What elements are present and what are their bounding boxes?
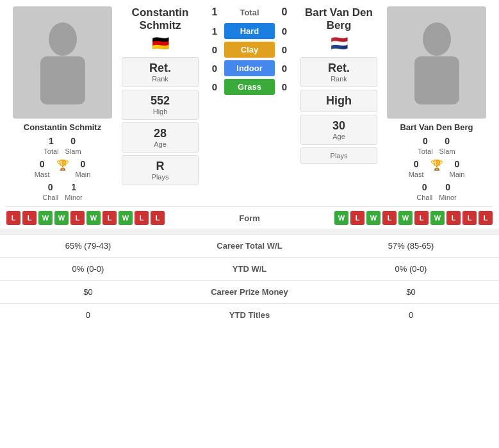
player2-minor-col: 0 Minor <box>439 182 457 201</box>
player1-flag: 🇩🇪 <box>152 35 169 52</box>
svg-rect-3 <box>414 56 459 104</box>
stat-val-right: $0 <box>323 281 499 304</box>
player2-name-flag: Bart Van DenBerg 🇳🇱 <box>300 6 377 52</box>
form-badge-p2: L <box>414 211 429 225</box>
player1-main-col: 0 Main <box>76 159 91 178</box>
center-section: 1 Total 0 1 Hard 0 0 Clay 0 0 Indoor 0 0 <box>202 6 297 201</box>
grass-button: Grass <box>224 79 275 95</box>
form-section: LLWWLWLWLL Form WLWLWLWLLL <box>6 206 493 229</box>
player1-slam-label: Slam <box>65 147 81 155</box>
form-badge-p1: L <box>151 211 165 225</box>
player2-total-col: 0 Total <box>418 136 432 155</box>
stat-val-left: 0% (0-0) <box>0 258 176 281</box>
player1-photo <box>13 6 112 119</box>
player2-stats: 0 Total 0 Slam <box>418 136 455 155</box>
form-label: Form <box>211 213 288 223</box>
player1-rank-label: Rank <box>152 75 168 83</box>
player1-rank-value: Ret. <box>149 62 171 75</box>
form-badge-p2: W <box>334 211 348 225</box>
player2-plays-label: Plays <box>331 152 348 160</box>
player2-high-value: High <box>326 94 352 108</box>
clay-button: Clay <box>224 42 275 58</box>
indoor-row: 0 Indoor 0 <box>205 60 294 76</box>
player2-flag: 🇳🇱 <box>331 35 348 52</box>
player1-name: Constantin Schmitz <box>24 122 101 132</box>
indoor-score-right: 0 <box>275 63 294 74</box>
total-score-left: 1 <box>205 6 224 18</box>
player1-high-label: High <box>153 108 168 115</box>
player2-main-label: Main <box>450 170 465 178</box>
player1-chall-col: 0 Chall <box>42 182 58 201</box>
player2-minor-value: 0 <box>445 182 450 192</box>
stat-key: Career Prize Money <box>176 281 323 304</box>
form-badge-p1: L <box>70 211 85 225</box>
form-right: WLWLWLWLLL <box>288 211 493 225</box>
form-left: LLWWLWLWLL <box>6 211 211 225</box>
player2-mast-col: 0 Mast <box>409 159 424 178</box>
player2-slam-label: Slam <box>439 147 455 155</box>
form-badge-p1: W <box>54 211 69 225</box>
form-badge-p2: W <box>366 211 380 225</box>
player2-stats2: 0 Mast 🏆 0 Main <box>409 159 465 178</box>
player2-info-box: Bart Van DenBerg 🇳🇱 Ret. Rank High 30 Ag… <box>300 6 377 201</box>
player1-minor-col: 1 Minor <box>65 182 83 201</box>
indoor-button: Indoor <box>224 60 275 76</box>
player1-mast-label: Mast <box>35 170 50 178</box>
svg-point-2 <box>423 22 451 56</box>
player1-total-col: 1 Total <box>44 136 58 155</box>
surface-rows: 1 Hard 0 0 Clay 0 0 Indoor 0 0 Grass 0 <box>205 23 294 95</box>
player1-total-label: Total <box>44 147 58 155</box>
svg-point-0 <box>49 22 77 56</box>
player1-chall-value: 0 <box>48 182 53 192</box>
player2-trophy-icon: 🏆 <box>430 159 443 171</box>
player1-main-label: Main <box>76 170 91 178</box>
form-badge-p2: L <box>382 211 397 225</box>
stat-val-right: 0% (0-0) <box>323 258 499 281</box>
player1-age-label: Age <box>154 140 167 148</box>
player1-stats2: 0 Mast 🏆 0 Main <box>35 159 91 178</box>
player1-high-cell: 552 High <box>122 90 199 120</box>
player1-mast-col: 0 Mast <box>35 159 50 178</box>
section-divider <box>0 229 499 234</box>
player2-slam-value: 0 <box>445 136 450 146</box>
hard-score-right: 0 <box>275 26 294 37</box>
hard-row: 1 Hard 0 <box>205 23 294 39</box>
player2-chall-label: Chall <box>416 194 432 201</box>
player2-total-value: 0 <box>423 136 428 146</box>
clay-score-left: 0 <box>205 44 224 55</box>
player1-minor-value: 1 <box>71 182 76 192</box>
player1-stats3: 0 Chall 1 Minor <box>42 182 83 201</box>
stat-val-left: 0 <box>0 304 176 327</box>
form-badge-p1: L <box>135 211 149 225</box>
stat-key: YTD W/L <box>176 258 323 281</box>
clay-score-right: 0 <box>275 44 294 55</box>
player1-plays-cell: R Plays <box>122 155 199 185</box>
stats-table: 65% (79-43)Career Total W/L57% (85-65)0%… <box>0 234 499 326</box>
player1-slam-value: 0 <box>70 136 76 146</box>
player2-age-value: 30 <box>332 119 345 133</box>
player2-silhouette <box>408 21 466 104</box>
player2-rank-label: Rank <box>331 75 347 83</box>
form-badge-p2: W <box>398 211 413 225</box>
form-badge-p1: L <box>22 211 37 225</box>
total-score-right: 0 <box>275 6 294 18</box>
player2-full-name: Bart Van DenBerg <box>305 6 373 33</box>
player1-silhouette <box>34 21 92 104</box>
table-row: 0YTD Titles0 <box>0 304 499 327</box>
player2-minor-label: Minor <box>439 194 457 201</box>
stat-val-right: 0 <box>323 304 499 327</box>
table-row: 65% (79-43)Career Total W/L57% (85-65) <box>0 235 499 258</box>
player2-main-value: 0 <box>455 159 460 169</box>
svg-rect-1 <box>40 56 85 104</box>
player1-rank-cell: Ret. Rank <box>122 57 199 87</box>
player2-age-label: Age <box>332 133 345 140</box>
player1-minor-label: Minor <box>65 194 83 201</box>
form-badge-p1: W <box>38 211 53 225</box>
form-badge-p2: L <box>350 211 364 225</box>
player2-total-label: Total <box>418 147 432 155</box>
stat-val-left: $0 <box>0 281 176 304</box>
hard-button: Hard <box>224 23 275 39</box>
player2-mast-value: 0 <box>414 159 419 169</box>
player1-mast-value: 0 <box>40 159 45 169</box>
form-badge-p1: L <box>102 211 117 225</box>
